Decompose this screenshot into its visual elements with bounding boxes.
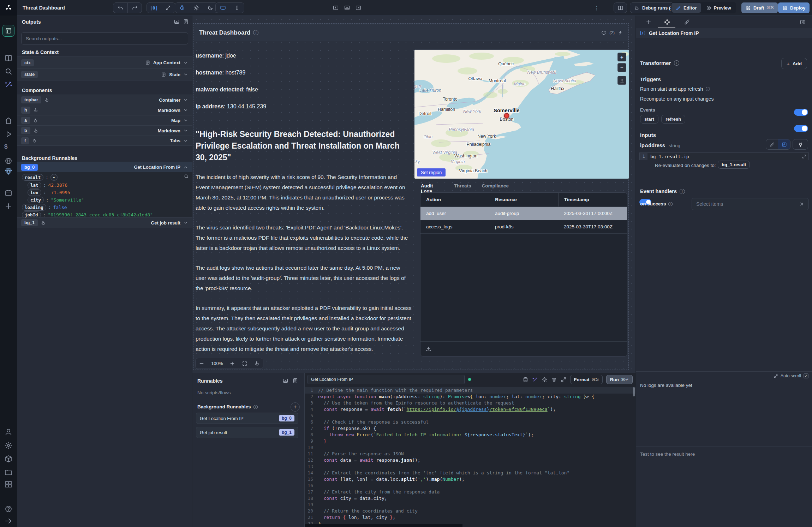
tree-row-jobId[interactable]: jobId:"0199390f-2843-ceac-dc03-cf8b242a1… [22, 211, 153, 218]
app-topbar-component[interactable]: Threat Dashboard i (2) [194, 24, 628, 41]
rail-folders-icon[interactable] [4, 468, 13, 477]
markdown-article-component[interactable]: "High-Risk Security Breach Detected: Una… [196, 128, 412, 364]
event-chip-start[interactable]: start [640, 115, 658, 124]
add-background-runnable-button[interactable]: + [291, 402, 300, 412]
search-outputs-input[interactable]: Search outputs... [21, 32, 188, 44]
map-zoom-in-button[interactable]: + [617, 53, 626, 61]
docs-button[interactable] [614, 2, 627, 13]
event-chip-refresh[interactable]: refresh [661, 115, 685, 124]
connect-input-button[interactable] [793, 139, 808, 150]
tree-row-lat[interactable]: lat:42.3876 [28, 181, 67, 188]
more-menu-icon[interactable]: ⋮ [593, 5, 600, 11]
rail-workers-icon[interactable] [4, 455, 13, 463]
recompute-toggle[interactable] [794, 125, 808, 132]
rail-home-icon[interactable] [4, 116, 13, 125]
static-mode-icon[interactable] [766, 139, 778, 149]
bg1-row[interactable]: bg_1 Get job result [17, 217, 192, 228]
rail-runs-icon[interactable] [4, 130, 13, 138]
component-row-topbar[interactable]: topbarContainer [17, 95, 192, 105]
clear-select-icon[interactable] [799, 202, 804, 206]
eval-mode-icon[interactable] [778, 139, 790, 149]
map-marker[interactable] [504, 113, 509, 118]
tree-search-icon[interactable] [184, 174, 189, 179]
pan-hand-icon[interactable] [254, 361, 260, 366]
rail-add-icon[interactable] [4, 202, 13, 210]
outputs-panel-icon-1[interactable] [174, 19, 180, 25]
ai-wand-icon[interactable] [532, 377, 538, 383]
format-button[interactable]: Format⌘S [570, 375, 603, 384]
expand-editor-icon[interactable] [561, 377, 567, 383]
map-locate-button[interactable] [617, 76, 626, 85]
rail-user-icon[interactable] [4, 428, 13, 436]
rail-resources-icon[interactable] [4, 157, 13, 165]
outputs-panel-icon-2[interactable] [183, 19, 189, 25]
runnable-name-input[interactable]: Get Location From IP [308, 375, 465, 384]
rail-ai-wand-icon[interactable] [4, 80, 13, 89]
editor-scrollbar[interactable] [633, 387, 635, 396]
app-refresh-icon[interactable] [601, 30, 606, 35]
bg0-row[interactable]: bg_0 Get Location From IP [17, 162, 192, 172]
run-on-start-toggle[interactable] [794, 109, 808, 116]
zoom-in-icon[interactable] [229, 361, 235, 366]
app-bolt-icon[interactable] [618, 30, 623, 35]
component-row-h[interactable]: hMarkdown [17, 105, 192, 115]
styling-tab[interactable] [677, 16, 697, 28]
runnable-item-bg_0[interactable]: Get Location From IPbg_0 [196, 413, 298, 424]
redo-button[interactable] [127, 2, 142, 13]
zero-width-button[interactable]: |0| [147, 2, 161, 13]
fit-view-icon[interactable] [242, 361, 247, 366]
autoscroll-checkbox[interactable]: ✓ [804, 373, 808, 378]
deploy-button[interactable]: Deploy [778, 2, 810, 13]
rail-search-icon[interactable] [4, 67, 13, 76]
markdown-fields-component[interactable]: username: jdoehostname: host789malware d… [196, 53, 412, 120]
collapse-right-panel-icon[interactable] [793, 16, 812, 28]
undo-button[interactable] [113, 2, 127, 13]
table-row[interactable]: access_logsprod-k8s2025-03-30T17:03:00Z [420, 220, 627, 234]
code-area[interactable]: 1// Define the main function with the re… [305, 387, 635, 527]
download-icon[interactable] [425, 346, 431, 352]
delete-icon[interactable] [551, 377, 557, 383]
rail-book-icon[interactable] [4, 54, 13, 62]
on-success-select[interactable]: Select items [692, 198, 809, 210]
toggle-left-panel-icon[interactable] [333, 5, 339, 11]
runnable-item-bg_1[interactable]: Get job resultbg_1 [196, 427, 298, 438]
preview-tab[interactable]: Preview [702, 3, 735, 13]
output-row-ctx[interactable]: ctxApp Context [17, 56, 192, 68]
editor-tab[interactable]: Editor [671, 3, 701, 13]
table-row[interactable]: add_useraudit-group2025-03-30T17:00:00Z [420, 207, 627, 220]
runnables-panel-icon-2[interactable] [292, 378, 298, 384]
reeval-dependency-chip[interactable]: bg_1.result [718, 161, 750, 169]
expand-expression-icon[interactable] [802, 154, 806, 159]
editor-hscrollbar[interactable] [305, 524, 462, 527]
toggle-bottom-panel-icon[interactable] [344, 5, 350, 11]
draft-button[interactable]: Draft⌘S [741, 2, 778, 13]
set-region-button[interactable]: Set region [417, 168, 446, 176]
theme-light-icon[interactable] [189, 2, 203, 13]
tree-row-result[interactable]: result: - [22, 174, 58, 181]
runnables-panel-icon-1[interactable] [282, 378, 288, 384]
run-button[interactable]: Run⌘↵ [606, 375, 633, 384]
insert-component-tab[interactable] [639, 16, 658, 28]
rail-apps-grid-icon[interactable] [4, 480, 13, 489]
desktop-view-icon[interactable] [216, 2, 230, 13]
tree-row-loading[interactable]: loading:false [22, 204, 67, 211]
map-zoom-out-button[interactable]: − [617, 63, 626, 72]
output-row-state[interactable]: stateState [17, 68, 192, 80]
component-row-b[interactable]: bMarkdown [17, 125, 192, 136]
rail-settings-icon[interactable] [4, 441, 13, 450]
theme-auto-icon[interactable] [175, 2, 189, 13]
zoom-out-icon[interactable] [199, 361, 204, 366]
toggle-right-panel-icon[interactable] [355, 5, 362, 11]
rail-schedules-icon[interactable] [4, 188, 13, 197]
mobile-view-icon[interactable] [230, 2, 244, 13]
settings-icon[interactable] [542, 377, 548, 383]
component-settings-tab[interactable] [657, 16, 677, 28]
tree-row-lon[interactable]: lon:-71.0995 [28, 189, 70, 196]
add-transformer-button[interactable]: +Add [781, 58, 807, 69]
database-icon[interactable] [523, 377, 529, 383]
windmill-logo-icon[interactable] [0, 0, 17, 16]
component-row-f[interactable]: fTabs [17, 136, 192, 146]
fullscreen-button[interactable] [161, 2, 175, 13]
component-row-a[interactable]: aMap [17, 115, 192, 125]
rail-help-icon[interactable] [4, 505, 13, 513]
